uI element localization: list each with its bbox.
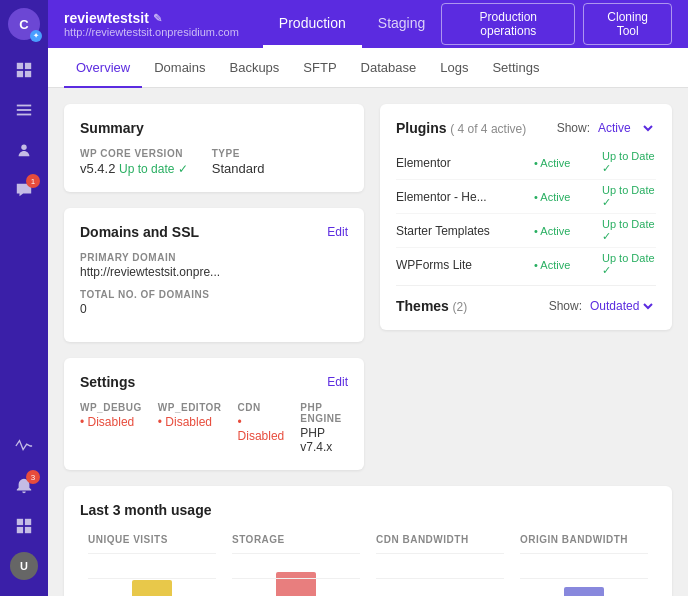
env-tab-staging[interactable]: Staging	[362, 0, 441, 48]
plugin-name: Elementor	[396, 156, 526, 170]
plugin-row-starter: Starter Templates • Active Up to Date ✓	[396, 214, 656, 248]
plugins-show-label: Show:	[557, 121, 590, 135]
cdn-label: CDN	[238, 402, 285, 413]
total-domains-value: 0	[80, 302, 348, 316]
summary-card: Summary WP CORE VERSION v5.4.2 Up to dat…	[64, 104, 364, 192]
chart-area-origin	[520, 553, 648, 596]
left-column: Summary WP CORE VERSION v5.4.2 Up to dat…	[64, 104, 364, 470]
plugins-list: Elementor • Active Up to Date ✓ Elemento…	[396, 146, 656, 281]
domains-header: Domains and SSL Edit	[80, 224, 348, 240]
sidebar-icon-bell[interactable]: 3	[6, 468, 42, 504]
chart-label-origin: ORIGIN BANDWIDTH	[520, 534, 628, 545]
plugins-title-group: Plugins ( 4 of 4 active)	[396, 120, 526, 136]
tab-backups[interactable]: Backups	[217, 48, 291, 88]
tab-logs[interactable]: Logs	[428, 48, 480, 88]
themes-title: Themes	[396, 298, 449, 314]
bar-origin	[564, 587, 604, 596]
settings-header: Settings Edit	[80, 374, 348, 390]
primary-domain-field: PRIMARY DOMAIN http://reviewtestsit.onpr…	[80, 252, 348, 279]
sidebar-icon-grid2[interactable]	[6, 508, 42, 544]
chart-grid	[376, 553, 504, 596]
sidebar-icon-dashboard[interactable]	[6, 52, 42, 88]
plugin-name: Starter Templates	[396, 224, 526, 238]
site-name-edit-icon[interactable]: ✎	[153, 12, 162, 25]
header-actions: Production operations Cloning Tool	[441, 3, 672, 45]
svg-rect-10	[17, 527, 23, 533]
user-avatar-letter: U	[20, 560, 28, 572]
domains-edit-link[interactable]: Edit	[327, 225, 348, 239]
nav-tabs: Overview Domains Backups SFTP Database L…	[48, 48, 688, 88]
settings-title: Settings	[80, 374, 135, 390]
themes-title-group: Themes (2)	[396, 298, 467, 314]
setting-wp-debug: WP_DEBUG • Disabled	[80, 402, 142, 454]
tab-domains[interactable]: Domains	[142, 48, 217, 88]
svg-rect-0	[17, 63, 23, 69]
avatar[interactable]: C ✦	[8, 8, 40, 40]
plugins-count: ( 4 of 4 active)	[450, 122, 526, 136]
chart-storage: STORAGE Aug	[224, 534, 368, 596]
svg-rect-1	[25, 63, 31, 69]
total-domains-label: TOTAL NO. OF DOMAINS	[80, 289, 348, 300]
site-info: reviewtestsit ✎ http://reviewtestsit.onp…	[64, 10, 239, 38]
svg-rect-8	[17, 519, 23, 525]
chart-area-storage	[232, 553, 360, 596]
tab-overview[interactable]: Overview	[64, 48, 142, 88]
plugin-update: Up to Date ✓	[602, 218, 656, 243]
plugin-status: • Active	[534, 191, 594, 203]
chart-cdn-bandwidth: CDN BANDWIDTH	[368, 534, 512, 596]
sidebar-icon-activity[interactable]	[6, 428, 42, 464]
wp-editor-label: WP_EDITOR	[158, 402, 222, 413]
bar-storage	[276, 572, 316, 596]
avatar-sub-badge: ✦	[30, 30, 42, 42]
wp-core-status: Up to date ✓	[119, 162, 188, 176]
wp-core-version: v5.4.2	[80, 161, 115, 176]
tab-sftp[interactable]: SFTP	[291, 48, 348, 88]
php-engine-label: PHP ENGINE	[300, 402, 348, 424]
domains-card: Domains and SSL Edit PRIMARY DOMAIN http…	[64, 208, 364, 342]
tab-settings[interactable]: Settings	[480, 48, 551, 88]
plugin-status: • Active	[534, 157, 594, 169]
chart-unique-visits: UNIQUE VISITS Aug	[80, 534, 224, 596]
themes-section: Themes (2) Show: Outdated All Active	[396, 285, 656, 314]
usage-card: Last 3 month usage UNIQUE VISITS Aug	[64, 486, 672, 596]
chart-origin-bandwidth: ORIGIN BANDWIDTH Aug	[512, 534, 656, 596]
themes-show-select[interactable]: Outdated All Active	[586, 298, 656, 314]
plugin-update: Up to Date ✓	[602, 184, 656, 209]
settings-edit-link[interactable]: Edit	[327, 375, 348, 389]
svg-rect-6	[17, 114, 31, 116]
svg-point-7	[21, 145, 26, 150]
themes-count: (2)	[453, 300, 468, 314]
right-column: Plugins ( 4 of 4 active) Show: Active Al…	[380, 104, 672, 470]
setting-wp-editor: WP_EDITOR • Disabled	[158, 402, 222, 454]
chart-label-unique-visits: UNIQUE VISITS	[88, 534, 168, 545]
plugins-show-filter: Show: Active All Inactive	[557, 120, 656, 136]
domains-title: Domains and SSL	[80, 224, 199, 240]
plugins-show-select[interactable]: Active All Inactive	[594, 120, 656, 136]
plugins-themes-card: Plugins ( 4 of 4 active) Show: Active Al…	[380, 104, 672, 330]
settings-card: Settings Edit WP_DEBUG • Disabled WP_EDI…	[64, 358, 364, 470]
plugin-row-elementor-he: Elementor - He... • Active Up to Date ✓	[396, 180, 656, 214]
cloning-tool-button[interactable]: Cloning Tool	[583, 3, 672, 45]
env-tab-production[interactable]: Production	[263, 0, 362, 48]
plugin-name: Elementor - He...	[396, 190, 526, 204]
plugin-row-wpforms: WPForms Lite • Active Up to Date ✓	[396, 248, 656, 281]
summary-title: Summary	[80, 120, 348, 136]
wp-core-label: WP CORE VERSION	[80, 148, 188, 159]
plugin-status: • Active	[534, 259, 594, 271]
chart-area-unique-visits	[88, 553, 216, 596]
chat-badge: 1	[26, 174, 40, 188]
production-operations-button[interactable]: Production operations	[441, 3, 575, 45]
site-url: http://reviewtestsit.onpresidium.com	[64, 26, 239, 38]
sidebar-icon-people[interactable]	[6, 132, 42, 168]
site-name: reviewtestsit ✎	[64, 10, 239, 26]
setting-cdn: CDN • Disabled	[238, 402, 285, 454]
user-avatar[interactable]: U	[10, 552, 38, 580]
sidebar-icon-list[interactable]	[6, 92, 42, 128]
svg-rect-3	[25, 71, 31, 77]
sidebar-icon-chat[interactable]: 1	[6, 172, 42, 208]
themes-show-label: Show:	[549, 299, 582, 313]
sidebar: C ✦ 1 3 U	[0, 0, 48, 596]
cdn-status: • Disabled	[238, 415, 285, 443]
plugins-header: Plugins ( 4 of 4 active) Show: Active Al…	[396, 120, 656, 136]
tab-database[interactable]: Database	[349, 48, 429, 88]
